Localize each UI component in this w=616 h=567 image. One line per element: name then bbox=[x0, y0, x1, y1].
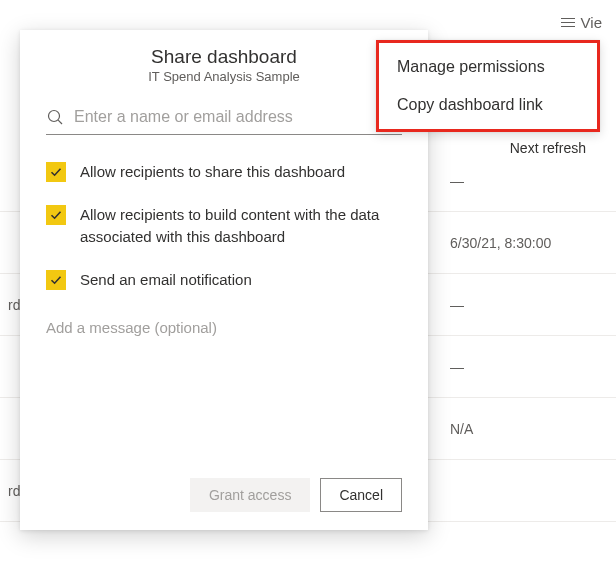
message-input[interactable] bbox=[46, 319, 402, 353]
svg-point-0 bbox=[49, 111, 60, 122]
allow-build-label: Allow recipients to build content with t… bbox=[80, 204, 402, 249]
grant-access-button[interactable]: Grant access bbox=[190, 478, 310, 512]
dialog-subtitle: IT Spend Analysis Sample bbox=[46, 69, 402, 84]
share-dashboard-dialog: Share dashboard IT Spend Analysis Sample… bbox=[20, 30, 428, 530]
cancel-button[interactable]: Cancel bbox=[320, 478, 402, 512]
svg-line-1 bbox=[58, 120, 62, 124]
manage-permissions-item[interactable]: Manage permissions bbox=[379, 49, 597, 85]
send-email-checkbox[interactable] bbox=[46, 270, 66, 290]
allow-share-label: Allow recipients to share this dashboard bbox=[80, 161, 345, 184]
recipient-input[interactable] bbox=[74, 108, 402, 126]
allow-build-checkbox[interactable] bbox=[46, 205, 66, 225]
dialog-title: Share dashboard bbox=[46, 46, 402, 68]
search-icon bbox=[46, 108, 64, 126]
more-options-menu: Manage permissions Copy dashboard link bbox=[376, 40, 600, 132]
send-email-label: Send an email notification bbox=[80, 269, 252, 292]
copy-dashboard-link-item[interactable]: Copy dashboard link bbox=[379, 87, 597, 123]
allow-share-checkbox[interactable] bbox=[46, 162, 66, 182]
